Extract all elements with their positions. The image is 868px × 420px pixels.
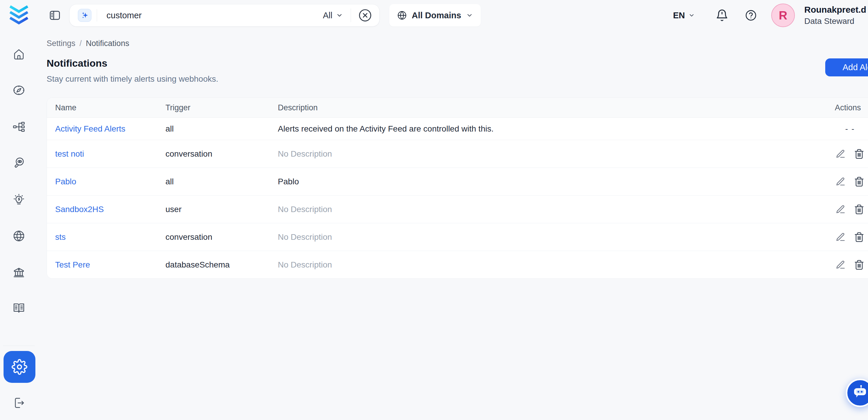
settings-gear-icon <box>11 359 27 375</box>
delete-button[interactable] <box>854 260 864 270</box>
table-header: Name Trigger Description Actions <box>47 98 868 118</box>
user-menu[interactable]: Rounakpreet.d Data Steward <box>804 3 866 27</box>
ai-sparkles-icon[interactable] <box>78 9 91 22</box>
table-row: sts conversation No Description <box>47 223 868 251</box>
governance-icon <box>12 266 25 279</box>
alert-actions: - - <box>836 118 864 140</box>
sidebar-nav <box>0 31 38 420</box>
delete-button[interactable] <box>854 176 864 187</box>
page-title: Notifications <box>46 58 107 69</box>
language-label: EN <box>673 11 685 20</box>
alert-description: Pablo <box>278 168 779 195</box>
alert-name-link[interactable]: Activity Feed Alerts <box>55 118 161 140</box>
language-selector[interactable]: EN <box>673 0 695 31</box>
alert-trigger: databaseSchema <box>165 251 272 279</box>
add-alert-button[interactable]: Add Alert <box>825 58 868 77</box>
global-search-bar[interactable]: customer All <box>69 4 380 27</box>
sidebar-item-governance[interactable] <box>12 266 25 279</box>
delete-button[interactable] <box>854 204 864 215</box>
clear-search-button[interactable] <box>358 8 373 23</box>
alert-actions <box>836 140 864 168</box>
search-divider <box>351 8 351 22</box>
alert-actions <box>836 168 864 195</box>
column-header-actions: Actions <box>802 98 861 118</box>
logout-icon <box>12 396 25 409</box>
app-logo-icon[interactable] <box>7 3 31 27</box>
edit-button[interactable] <box>836 177 845 187</box>
help-button[interactable] <box>743 0 758 31</box>
domains-label: All Domains <box>412 11 461 20</box>
sidebar-item-insights[interactable] <box>12 193 25 206</box>
insight-icon <box>12 193 25 206</box>
alert-description: No Description <box>278 251 779 279</box>
top-bar: customer All All Domains <box>0 0 868 31</box>
sidebar-item-logout[interactable] <box>12 396 25 409</box>
breadcrumb-separator: / <box>80 39 82 48</box>
alert-trigger: conversation <box>165 223 272 251</box>
alert-trigger: conversation <box>165 140 272 168</box>
search-scope-dropdown[interactable]: All <box>323 11 343 20</box>
sidebar-item-observability[interactable] <box>12 156 25 169</box>
sidebar-toggle-icon[interactable] <box>49 9 61 22</box>
table-row: Sandbox2HS user No Description <box>47 196 868 223</box>
column-header-trigger: Trigger <box>165 98 272 118</box>
alert-name-link[interactable]: Test Pere <box>55 251 161 279</box>
sidebar-item-web[interactable] <box>12 230 25 242</box>
alert-name-link[interactable]: test noti <box>55 140 161 168</box>
search-input[interactable]: customer <box>106 11 323 20</box>
sidebar-item-glossary[interactable] <box>12 301 25 314</box>
sidebar-item-settings-active[interactable] <box>4 351 35 383</box>
alert-trigger: user <box>165 196 272 223</box>
alert-name-link[interactable]: sts <box>55 223 161 251</box>
sidebar-item-explore[interactable] <box>12 84 25 97</box>
chevron-down-icon <box>688 12 695 19</box>
help-icon <box>745 9 757 22</box>
sidebar-item-lineage[interactable] <box>12 120 25 133</box>
delete-button[interactable] <box>854 232 864 242</box>
chevron-down-icon <box>466 12 473 19</box>
glossary-icon <box>12 301 25 314</box>
bell-icon <box>715 8 729 22</box>
delete-button[interactable] <box>854 149 864 159</box>
edit-button[interactable] <box>836 260 845 270</box>
table-row: Activity Feed Alerts all Alerts received… <box>47 118 868 140</box>
sidebar-item-home[interactable] <box>12 48 25 61</box>
alert-description: No Description <box>278 196 779 223</box>
breadcrumb-settings[interactable]: Settings <box>46 39 75 48</box>
domains-dropdown[interactable]: All Domains <box>389 4 481 27</box>
avatar-initial: R <box>779 9 787 22</box>
notifications-bell-button[interactable] <box>714 0 730 31</box>
column-header-name: Name <box>55 98 161 118</box>
alert-actions <box>836 251 864 279</box>
user-avatar[interactable]: R <box>771 3 795 27</box>
observe-icon <box>12 156 25 169</box>
table-row: Test Pere databaseSchema No Description <box>47 251 868 279</box>
page-subtitle: Stay current with timely alerts using we… <box>46 74 218 84</box>
app-root: customer All All Domains <box>0 0 868 420</box>
alert-description: Alerts received on the Activity Feed are… <box>278 118 779 140</box>
globe-icon <box>12 230 25 242</box>
robot-icon <box>852 385 868 401</box>
alert-actions <box>836 223 864 251</box>
no-actions-placeholder: - - <box>836 124 864 133</box>
search-divider <box>97 9 97 22</box>
search-scope-label: All <box>323 11 332 20</box>
breadcrumb: Settings / Notifications <box>46 39 129 48</box>
user-role: Data Steward <box>804 16 866 27</box>
edit-button[interactable] <box>836 232 845 242</box>
alert-trigger: all <box>165 168 272 195</box>
edit-button[interactable] <box>836 204 845 214</box>
alert-actions <box>836 196 864 223</box>
user-name: Rounakpreet.d <box>804 4 866 16</box>
alert-description: No Description <box>278 140 779 168</box>
alert-name-link[interactable]: Pablo <box>55 168 161 195</box>
breadcrumb-notifications[interactable]: Notifications <box>86 39 129 48</box>
chatbot-button[interactable] <box>846 379 868 407</box>
alert-name-link[interactable]: Sandbox2HS <box>55 196 161 223</box>
globe-icon <box>397 10 407 20</box>
edit-button[interactable] <box>836 149 845 159</box>
lineage-icon <box>12 120 25 133</box>
column-header-description: Description <box>278 98 779 118</box>
table-row: Pablo all Pablo <box>47 168 868 196</box>
table-row: test noti conversation No Description <box>47 140 868 168</box>
